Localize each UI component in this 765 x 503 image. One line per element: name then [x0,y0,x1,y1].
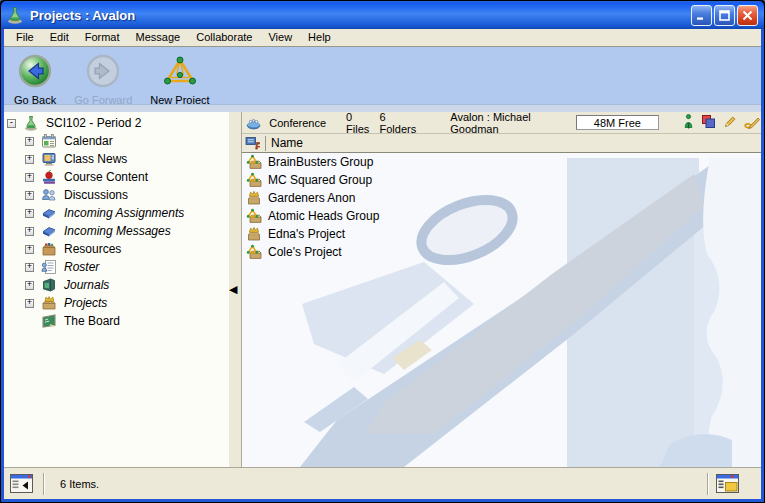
free-space-meter: 48M Free [576,115,659,130]
expand-plus-icon[interactable]: + [25,281,34,290]
tree-item-roster[interactable]: + Roster [4,258,228,276]
tree-label[interactable]: The Board [62,314,122,328]
tree-label[interactable]: Incoming Assignments [62,206,186,220]
list-item-label[interactable]: Gardeners Anon [268,191,355,205]
window-border-bottom [1,499,764,502]
expand-plus-icon[interactable]: + [25,227,34,236]
tree-item-course-root[interactable]: - SCI102 - Period 2 [4,114,228,132]
tree-label[interactable]: Projects [62,296,109,310]
project-triangle-icon [246,244,262,260]
splitter-collapse-arrow[interactable]: ◀ [229,284,237,295]
journals-icon [41,277,57,293]
discussions-icon [41,187,57,203]
menu-message[interactable]: Message [128,29,189,46]
course-content-icon [41,169,57,185]
app-window: Projects : Avalon File Edit Format Messa… [0,0,765,503]
tree-label[interactable]: Course Content [62,170,150,184]
main-content: - SCI102 - Period 2 + Calendar + Class N… [4,112,761,467]
new-project-icon [161,54,199,92]
toolbar: Go Back Go Forward [4,47,761,112]
tree-label[interactable]: Incoming Messages [62,224,173,238]
collapse-minus-icon[interactable]: - [7,119,16,128]
back-icon [18,54,52,92]
tree-item-resources[interactable]: + Resources [4,240,228,258]
conference-panel: Conference 0 Files 6 Folders Avalon : Mi… [242,112,761,467]
tree-item-calendar[interactable]: + Calendar [4,132,228,150]
tree-item-incoming-messages[interactable]: + Incoming Messages [4,222,228,240]
expand-plus-icon[interactable]: + [25,191,34,200]
menu-collaborate[interactable]: Collaborate [188,29,260,46]
name-column-header[interactable]: Name [242,134,761,153]
close-button[interactable] [737,5,758,26]
new-project-button[interactable]: New Project [150,54,209,106]
column-separator [265,136,266,151]
list-item-label[interactable]: Atomic Heads Group [268,209,379,223]
list-item-label[interactable]: BrainBusters Group [268,155,373,169]
tree-item-projects[interactable]: + Projects [4,294,228,312]
maximize-button[interactable] [714,5,735,26]
expand-plus-icon[interactable]: + [25,155,34,164]
go-back-button[interactable]: Go Back [14,54,56,106]
name-column-label[interactable]: Name [271,136,303,150]
menu-view[interactable]: View [260,29,300,46]
list-item-gardeners-anon[interactable]: Gardeners Anon [242,189,761,207]
roster-icon [41,259,57,275]
tree-label[interactable]: SCI102 - Period 2 [44,116,143,130]
tree-label[interactable]: Calendar [62,134,115,148]
column-desk-icon [245,136,261,151]
list-item-mc-squared[interactable]: MC Squared Group [242,171,761,189]
menu-format[interactable]: Format [77,29,128,46]
go-forward-button[interactable]: Go Forward [74,54,132,106]
list-item-brainbusters[interactable]: BrainBusters Group [242,153,761,171]
minimize-button[interactable] [691,5,712,26]
expand-plus-icon[interactable]: + [25,299,34,308]
items-count-text: 6 Items. [60,478,99,490]
tree-label[interactable]: Class News [62,152,129,166]
list-item-coles-project[interactable]: Cole's Project [242,243,761,261]
files-count: 0 Files [346,112,373,135]
tree-item-discussions[interactable]: + Discussions [4,186,228,204]
panel-toggle-icon[interactable] [10,474,33,493]
folders-count: 6 Folders [380,112,419,135]
menu-edit[interactable]: Edit [42,29,77,46]
expand-plus-icon[interactable]: + [25,173,34,182]
person-icon[interactable] [683,114,694,131]
tree-item-incoming-assignments[interactable]: + Incoming Assignments [4,204,228,222]
list-item-ednas-project[interactable]: Edna's Project [242,225,761,243]
tree-item-journals[interactable]: + Journals [4,276,228,294]
expand-plus-icon[interactable]: + [25,263,34,272]
flask-icon [23,115,39,131]
menu-help[interactable]: Help [300,29,339,46]
panel-splitter[interactable]: ◀ [228,112,242,467]
title-bar[interactable]: Projects : Avalon [1,1,764,29]
project-list: BrainBusters Group MC Squared Group Gard… [242,153,761,261]
status-separator [43,473,44,495]
tree-label[interactable]: Discussions [62,188,130,202]
tree-item-class-news[interactable]: + Class News [4,150,228,168]
layout-view-icon[interactable] [716,474,739,493]
list-item-label[interactable]: Cole's Project [268,245,342,259]
server-user-identity: Avalon : Michael Goodman [450,112,562,135]
project-triangle-icon [246,208,262,224]
tree-label[interactable]: Journals [62,278,111,292]
tree-item-course-content[interactable]: + Course Content [4,168,228,186]
list-item-label[interactable]: MC Squared Group [268,173,372,187]
pencil-icon[interactable] [723,115,737,131]
expand-plus-icon[interactable]: + [25,137,34,146]
signature-icon[interactable] [744,115,761,131]
tree-label[interactable]: Resources [62,242,123,256]
menu-bar: File Edit Format Message Collaborate Vie… [4,29,761,47]
menu-file[interactable]: File [8,29,42,46]
app-flask-icon [6,6,24,24]
list-item-atomic-heads[interactable]: Atomic Heads Group [242,207,761,225]
incoming-assignments-icon [41,205,57,221]
layers-icon[interactable] [701,114,716,131]
tree-label[interactable]: Roster [62,260,101,274]
expand-plus-icon[interactable]: + [25,209,34,218]
toolbar-bottom-strip [4,104,761,112]
course-tree-panel: - SCI102 - Period 2 + Calendar + Class N… [4,112,228,467]
forward-icon [86,54,120,92]
list-item-label[interactable]: Edna's Project [268,227,345,241]
expand-plus-icon[interactable]: + [25,245,34,254]
tree-item-the-board[interactable]: The Board [4,312,228,330]
